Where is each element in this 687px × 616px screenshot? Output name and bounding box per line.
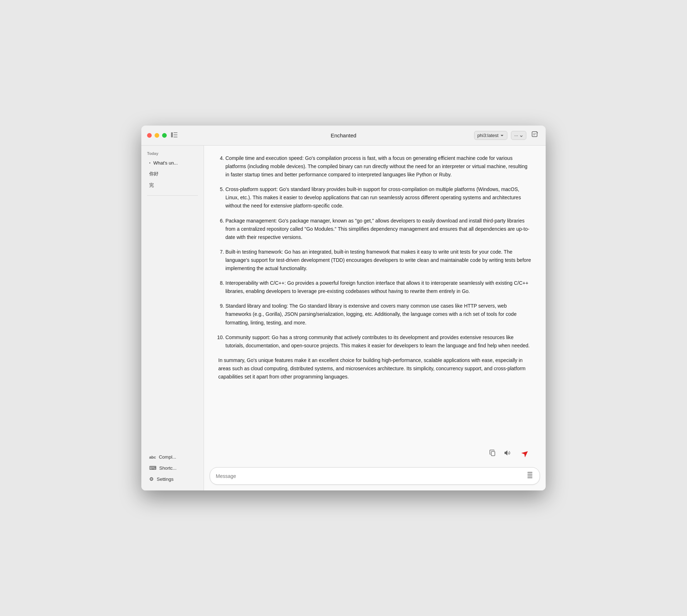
content-area: Compile time and execution speed: Go's c… [204, 146, 546, 490]
svg-rect-3 [174, 137, 177, 137]
maximize-button[interactable] [162, 133, 167, 138]
completions-label: Compl... [159, 454, 176, 460]
window-title: Enchanted [331, 132, 356, 138]
titlebar: Enchanted phi3:latest ··· [141, 126, 546, 146]
compose-button[interactable] [530, 129, 540, 141]
sidebar-divider [147, 195, 198, 196]
more-options-button[interactable]: ··· [511, 131, 526, 140]
sidebar-bottom: abc Compl... ⌨ Shortc... ⚙ Settings [141, 451, 204, 485]
list-item-5: Cross-platform support: Go's standard li… [225, 185, 531, 210]
message-content: Compile time and execution speed: Go's c… [218, 154, 531, 381]
keyboard-icon: ⌨ [149, 465, 156, 471]
svg-rect-4 [532, 132, 537, 137]
traffic-lights [147, 133, 167, 138]
arrow-down-icon: ➤ [520, 448, 531, 459]
sidebar-item-completions[interactable]: abc Compl... [143, 452, 201, 462]
sidebar-item-label: What's un... [154, 160, 178, 166]
input-wrapper [210, 467, 540, 485]
svg-rect-8 [527, 475, 532, 476]
gear-icon: ⚙ [149, 476, 154, 482]
list-item-9: Standard library and tooling: The Go sta… [225, 302, 531, 327]
message-input[interactable] [216, 473, 526, 479]
message-actions: ➤ [204, 444, 546, 463]
sidebar-item-label: 你好 [149, 171, 159, 177]
sidebar-item-nihao[interactable]: 你好 [143, 168, 201, 179]
bullet-icon: • [149, 161, 151, 165]
settings-label: Settings [157, 476, 174, 482]
model-selector-label: phi3:latest [477, 133, 498, 138]
list-item-4: Compile time and execution speed: Go's c… [225, 154, 531, 179]
copy-button[interactable] [488, 448, 498, 460]
sidebar-item-label: 完 [149, 182, 154, 189]
list-item-8: Interoperability with C/C++: Go provides… [225, 279, 531, 295]
svg-rect-6 [527, 472, 532, 473]
main-layout: Today • What's un... 你好 完 abc Compl... ⌨ [141, 146, 546, 490]
shortcuts-label: Shortc... [159, 465, 176, 471]
svg-rect-1 [174, 132, 177, 133]
sidebar-item-whats-un[interactable]: • What's un... [143, 158, 201, 168]
messages-container[interactable]: Compile time and execution speed: Go's c… [204, 146, 546, 444]
svg-rect-0 [171, 132, 173, 137]
abc-icon: abc [149, 455, 156, 459]
sidebar-item-settings[interactable]: ⚙ Settings [143, 474, 201, 484]
model-selector[interactable]: phi3:latest [474, 131, 507, 140]
list-item-10: Community support: Go has a strong commu… [225, 333, 531, 350]
voice-button[interactable] [526, 471, 534, 481]
svg-rect-5 [491, 451, 495, 456]
list-item-7: Built-in testing framework: Go has an in… [225, 248, 531, 273]
today-label: Today [141, 151, 204, 158]
sidebar-item-wan[interactable]: 完 [143, 180, 201, 191]
svg-rect-9 [527, 477, 532, 478]
audio-button[interactable] [502, 448, 513, 460]
sidebar-toggle-button[interactable] [171, 132, 177, 139]
svg-rect-7 [527, 474, 532, 475]
svg-rect-2 [174, 135, 177, 135]
summary-paragraph: In summary, Go's unique features make it… [218, 356, 531, 381]
sidebar: Today • What's un... 你好 完 abc Compl... ⌨ [141, 146, 204, 490]
titlebar-right: phi3:latest ··· [474, 129, 540, 141]
minimize-button[interactable] [155, 133, 159, 138]
scroll-to-bottom-button[interactable]: ➤ [518, 447, 531, 460]
app-window: Enchanted phi3:latest ··· Today [141, 126, 546, 490]
list-item-6: Package management: Go's package manager… [225, 217, 531, 241]
input-area [204, 463, 546, 490]
sidebar-item-shortcuts[interactable]: ⌨ Shortc... [143, 463, 201, 473]
close-button[interactable] [147, 133, 152, 138]
